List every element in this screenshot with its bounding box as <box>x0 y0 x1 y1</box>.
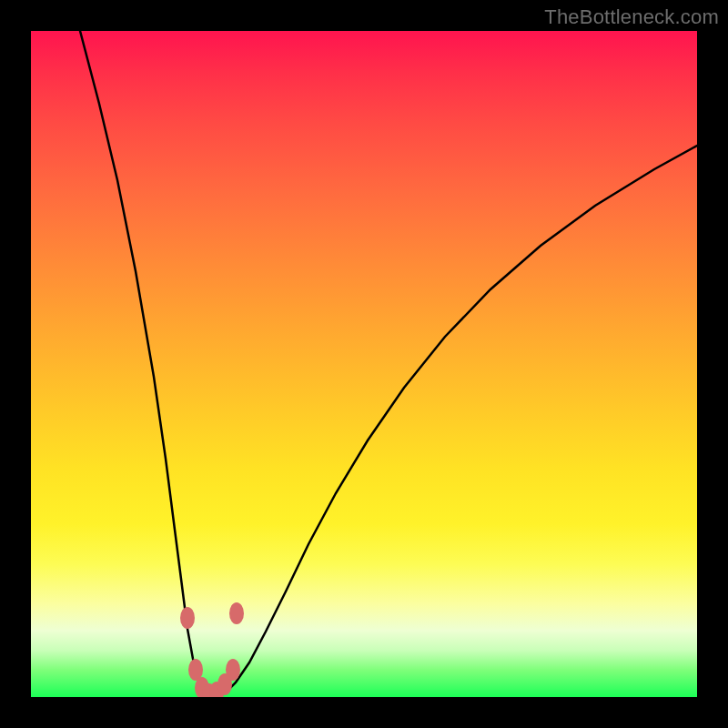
chart-frame: TheBottleneck.com <box>0 0 728 728</box>
highlight-dot <box>217 673 232 695</box>
watermark-text: TheBottleneck.com <box>544 5 719 29</box>
highlight-dot <box>202 683 217 697</box>
chart-svg <box>31 31 697 697</box>
highlight-dot <box>209 682 224 697</box>
highlight-dot <box>188 659 203 681</box>
highlight-dot <box>180 607 195 629</box>
highlight-dot <box>229 602 244 624</box>
chart-plot-area <box>31 31 697 697</box>
highlight-dot <box>195 677 209 697</box>
highlight-dots <box>180 602 244 697</box>
highlight-dot <box>226 659 240 681</box>
bottleneck-curve <box>80 31 697 695</box>
